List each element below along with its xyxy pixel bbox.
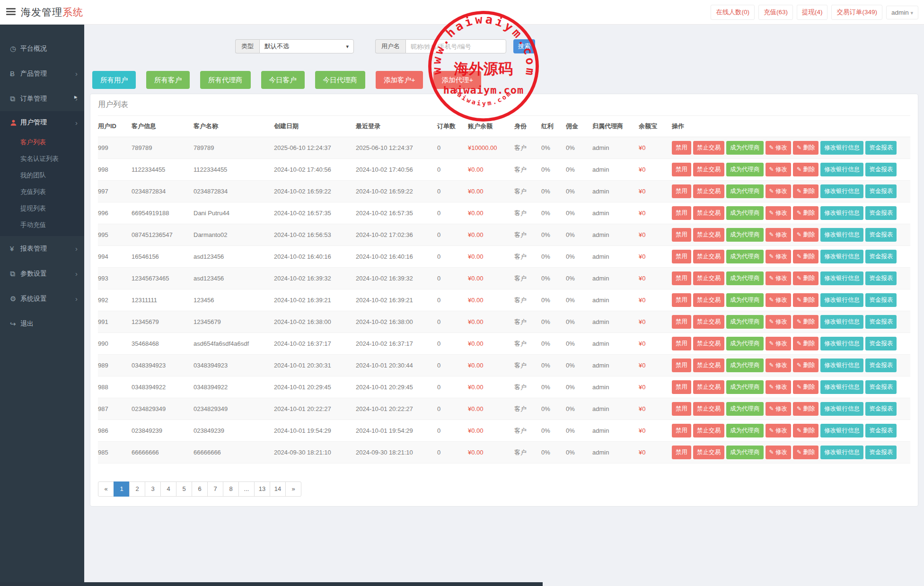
page-button[interactable]: 8 — [223, 481, 239, 497]
delete-button[interactable]: ✎ 删除 — [793, 228, 818, 242]
make-agent-button[interactable]: 成为代理商 — [726, 402, 764, 416]
disable-button[interactable]: 禁用 — [672, 141, 691, 155]
edit-button[interactable]: ✎ 修改 — [766, 446, 791, 459]
delete-button[interactable]: ✎ 删除 — [793, 206, 818, 220]
disable-button[interactable]: 禁用 — [672, 206, 691, 220]
sidebar-item-dashboard[interactable]: ◷平台概况 — [0, 36, 84, 61]
make-agent-button[interactable]: 成为代理商 — [726, 446, 764, 459]
edit-bank-button[interactable]: 修改银行信息 — [820, 446, 863, 459]
make-agent-button[interactable]: 成为代理商 — [726, 315, 764, 329]
sidebar-item-reports[interactable]: ¥报表管理› — [0, 236, 84, 261]
ban-trade-button[interactable]: 禁止交易 — [693, 228, 724, 242]
edit-button[interactable]: ✎ 修改 — [766, 402, 791, 416]
page-button[interactable]: 4 — [160, 481, 176, 497]
sidebar-item-orders[interactable]: ⧉订单管理› — [0, 86, 84, 111]
fund-report-button[interactable]: 资金报表 — [865, 359, 897, 372]
header-stat-button[interactable]: 交易订单(349) — [831, 5, 882, 20]
edit-button[interactable]: ✎ 修改 — [766, 250, 791, 263]
fund-report-button[interactable]: 资金报表 — [865, 271, 897, 285]
make-agent-button[interactable]: 成为代理商 — [726, 337, 764, 350]
make-agent-button[interactable]: 成为代理商 — [726, 228, 764, 242]
edit-bank-button[interactable]: 修改银行信息 — [820, 402, 863, 416]
sidebar-subitem[interactable]: 提现列表 — [0, 200, 84, 217]
fund-report-button[interactable]: 资金报表 — [865, 446, 897, 459]
ban-trade-button[interactable]: 禁止交易 — [693, 337, 724, 350]
disable-button[interactable]: 禁用 — [672, 337, 691, 350]
sidebar-item-logout[interactable]: ↪退出 — [0, 311, 84, 336]
edit-button[interactable]: ✎ 修改 — [766, 315, 791, 329]
sidebar-subitem[interactable]: 我的团队 — [0, 167, 84, 184]
edit-bank-button[interactable]: 修改银行信息 — [820, 293, 863, 307]
make-agent-button[interactable]: 成为代理商 — [726, 141, 764, 155]
header-stat-button[interactable]: 充值(63) — [758, 5, 793, 20]
fund-report-button[interactable]: 资金报表 — [865, 315, 897, 329]
ban-trade-button[interactable]: 禁止交易 — [693, 271, 724, 285]
all-agents-button[interactable]: 所有代理商 — [200, 71, 251, 89]
sidebar-toggle-arrow[interactable]: ▸ — [74, 93, 78, 100]
page-button[interactable]: 3 — [145, 481, 161, 497]
edit-bank-button[interactable]: 修改银行信息 — [820, 315, 863, 329]
disable-button[interactable]: 禁用 — [672, 184, 691, 198]
today-customers-button[interactable]: 今日客户 — [261, 71, 305, 89]
disable-button[interactable]: 禁用 — [672, 293, 691, 307]
sidebar-subitem[interactable]: 手动充值 — [0, 217, 84, 233]
fund-report-button[interactable]: 资金报表 — [865, 424, 897, 437]
sidebar-subitem[interactable]: 客户列表 — [0, 134, 84, 150]
page-button[interactable]: 14 — [270, 481, 286, 497]
edit-button[interactable]: ✎ 修改 — [766, 337, 791, 350]
make-agent-button[interactable]: 成为代理商 — [726, 206, 764, 220]
fund-report-button[interactable]: 资金报表 — [865, 206, 897, 220]
disable-button[interactable]: 禁用 — [672, 250, 691, 263]
disable-button[interactable]: 禁用 — [672, 315, 691, 329]
edit-button[interactable]: ✎ 修改 — [766, 163, 791, 176]
make-agent-button[interactable]: 成为代理商 — [726, 359, 764, 372]
page-button[interactable]: 5 — [176, 481, 192, 497]
username-input[interactable] — [405, 39, 506, 53]
ban-trade-button[interactable]: 禁止交易 — [693, 424, 724, 437]
edit-button[interactable]: ✎ 修改 — [766, 141, 791, 155]
disable-button[interactable]: 禁用 — [672, 380, 691, 394]
delete-button[interactable]: ✎ 删除 — [793, 271, 818, 285]
make-agent-button[interactable]: 成为代理商 — [726, 184, 764, 198]
sidebar-subitem[interactable]: 充值列表 — [0, 184, 84, 200]
delete-button[interactable]: ✎ 删除 — [793, 163, 818, 176]
ban-trade-button[interactable]: 禁止交易 — [693, 446, 724, 459]
edit-bank-button[interactable]: 修改银行信息 — [820, 250, 863, 263]
ban-trade-button[interactable]: 禁止交易 — [693, 380, 724, 394]
edit-button[interactable]: ✎ 修改 — [766, 359, 791, 372]
delete-button[interactable]: ✎ 删除 — [793, 424, 818, 437]
sidebar-subitem[interactable]: 实名认证列表 — [0, 150, 84, 167]
add-agent-button[interactable]: 添加代理+ — [433, 71, 481, 89]
delete-button[interactable]: ✎ 删除 — [793, 446, 818, 459]
make-agent-button[interactable]: 成为代理商 — [726, 424, 764, 437]
edit-bank-button[interactable]: 修改银行信息 — [820, 184, 863, 198]
sidebar-item-users[interactable]: 用户管理› — [0, 111, 84, 134]
fund-report-button[interactable]: 资金报表 — [865, 380, 897, 394]
ban-trade-button[interactable]: 禁止交易 — [693, 184, 724, 198]
edit-button[interactable]: ✎ 修改 — [766, 206, 791, 220]
ban-trade-button[interactable]: 禁止交易 — [693, 293, 724, 307]
edit-bank-button[interactable]: 修改银行信息 — [820, 228, 863, 242]
fund-report-button[interactable]: 资金报表 — [865, 293, 897, 307]
disable-button[interactable]: 禁用 — [672, 163, 691, 176]
type-select[interactable]: 默认不选 ▾ — [259, 39, 354, 53]
delete-button[interactable]: ✎ 删除 — [793, 293, 818, 307]
edit-bank-button[interactable]: 修改银行信息 — [820, 163, 863, 176]
fund-report-button[interactable]: 资金报表 — [865, 184, 897, 198]
edit-bank-button[interactable]: 修改银行信息 — [820, 424, 863, 437]
fund-report-button[interactable]: 资金报表 — [865, 402, 897, 416]
add-customer-button[interactable]: 添加客户+ — [376, 71, 423, 89]
all-customers-button[interactable]: 所有客户 — [146, 71, 190, 89]
edit-button[interactable]: ✎ 修改 — [766, 271, 791, 285]
ban-trade-button[interactable]: 禁止交易 — [693, 359, 724, 372]
header-stat-button[interactable]: 在线人数(0) — [711, 5, 755, 20]
edit-button[interactable]: ✎ 修改 — [766, 424, 791, 437]
page-button[interactable]: 2 — [129, 481, 145, 497]
page-button[interactable]: 6 — [192, 481, 208, 497]
edit-bank-button[interactable]: 修改银行信息 — [820, 380, 863, 394]
fund-report-button[interactable]: 资金报表 — [865, 141, 897, 155]
fund-report-button[interactable]: 资金报表 — [865, 337, 897, 350]
fund-report-button[interactable]: 资金报表 — [865, 250, 897, 263]
edit-bank-button[interactable]: 修改银行信息 — [820, 141, 863, 155]
sidebar-item-products[interactable]: Ƀ产品管理› — [0, 61, 84, 86]
